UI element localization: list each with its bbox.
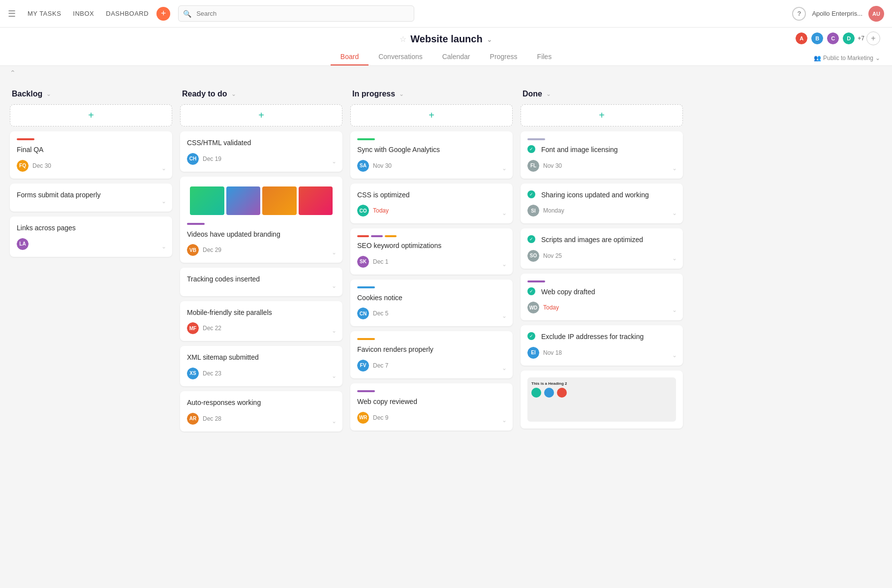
card-web-copy-drafted[interactable]: ✓ Web copy drafted WD Today ⌄ — [521, 274, 683, 321]
card-scripts-images[interactable]: ✓ Scripts and images are optimized SO No… — [521, 228, 683, 269]
card-expand-icon[interactable]: ⌄ — [672, 352, 677, 359]
top-nav: ☰ MY TASKS INBOX DASHBOARD + 🔍 ? Apollo … — [0, 0, 892, 28]
column-chevron-inprogress[interactable]: ⌄ — [399, 91, 404, 97]
add-card-backlog[interactable]: + — [10, 104, 172, 126]
card-date: Dec 22 — [203, 325, 221, 332]
card-expand-icon[interactable]: ⌄ — [161, 165, 166, 172]
card-xml-sitemap[interactable]: XML sitemap submitted XS Dec 23 ⌄ — [180, 346, 342, 386]
card-color-bar — [357, 138, 375, 140]
card-expand-icon[interactable]: ⌄ — [332, 327, 337, 334]
card-thumbnail[interactable]: This is a Heading 2 — [521, 371, 683, 429]
card-sharing-icons[interactable]: ✓ Sharing icons updated and working SI M… — [521, 184, 683, 224]
card-date: Monday — [543, 207, 564, 214]
bar-seg-purple — [371, 235, 383, 237]
card-web-copy-reviewed[interactable]: Web copy reviewed WR Dec 9 ⌄ — [350, 383, 513, 431]
card-title: Auto-responses working — [187, 398, 336, 408]
card-title: Videos have updated branding — [187, 230, 336, 240]
card-expand-icon[interactable]: ⌄ — [502, 261, 507, 268]
member-avatar-1[interactable]: A — [795, 31, 808, 45]
card-date: Dec 30 — [32, 162, 51, 169]
member-avatar-4[interactable]: D — [842, 31, 856, 45]
column-header-inprogress: In progress ⌄ — [350, 90, 513, 98]
add-task-button[interactable]: + — [156, 7, 170, 21]
user-avatar[interactable]: AU — [868, 6, 884, 22]
card-title: Tracking codes inserted — [187, 275, 336, 284]
card-cookies-notice[interactable]: Cookies notice CN Dec 5 ⌄ — [350, 279, 513, 327]
card-sync-analytics[interactable]: Sync with Google Analytics SA Nov 30 ⌄ — [350, 131, 513, 179]
card-expand-icon[interactable]: ⌄ — [161, 198, 166, 205]
card-title: Scripts and images are optimized — [541, 235, 643, 245]
card-css-html[interactable]: CSS/HTML validated CH Dec 19 ⌄ — [180, 131, 342, 172]
card-expand-icon[interactable]: ⌄ — [502, 365, 507, 371]
nav-my-tasks[interactable]: MY TASKS — [28, 10, 61, 17]
avatar-count: +7 — [858, 35, 864, 42]
add-member-button[interactable]: + — [866, 31, 880, 45]
card-mobile-friendly[interactable]: Mobile-friendly site parallels MF Dec 22… — [180, 301, 342, 341]
column-header-ready: Ready to do ⌄ — [180, 90, 342, 98]
card-videos-branding[interactable]: Videos have updated branding VB Dec 29 ⌄ — [180, 177, 342, 263]
help-button[interactable]: ? — [792, 7, 806, 21]
card-title: CSS/HTML validated — [187, 138, 336, 148]
card-avatar: SO — [527, 250, 539, 262]
card-auto-responses[interactable]: Auto-responses working AR Dec 28 ⌄ — [180, 391, 342, 432]
card-expand-icon[interactable]: ⌄ — [332, 372, 337, 379]
card-title: Forms submit data properly — [17, 190, 165, 200]
member-avatar-3[interactable]: C — [826, 31, 840, 45]
tab-files[interactable]: Files — [527, 49, 562, 65]
star-icon[interactable]: ☆ — [400, 34, 406, 44]
card-expand-icon[interactable]: ⌄ — [672, 255, 677, 262]
card-forms-submit[interactable]: Forms submit data properly ⌄ — [10, 184, 172, 212]
card-expand-icon[interactable]: ⌄ — [672, 210, 677, 217]
gradient-preview — [187, 184, 336, 218]
card-expand-icon[interactable]: ⌄ — [672, 165, 677, 172]
privacy-setting[interactable]: 👥 Public to Marketing ⌄ — [814, 55, 880, 62]
card-expand-icon[interactable]: ⌄ — [332, 418, 337, 425]
member-avatar-2[interactable]: B — [810, 31, 824, 45]
tab-calendar[interactable]: Calendar — [432, 49, 480, 65]
card-color-bar — [187, 223, 205, 225]
card-footer: FV Dec 7 — [357, 360, 506, 371]
add-card-done[interactable]: + — [521, 104, 683, 126]
card-expand-icon[interactable]: ⌄ — [502, 312, 507, 319]
card-expand-icon[interactable]: ⌄ — [332, 158, 337, 165]
card-favicon[interactable]: Favicon renders properly FV Dec 7 ⌄ — [350, 331, 513, 378]
card-date: Dec 7 — [373, 362, 388, 369]
card-title: Font and image licensing — [541, 145, 618, 155]
search-input[interactable] — [178, 5, 414, 22]
check-icon: ✓ — [527, 235, 535, 243]
card-seo-keyword[interactable]: SEO keyword optimizations SK Dec 1 ⌄ — [350, 228, 513, 275]
column-chevron-done[interactable]: ⌄ — [546, 91, 551, 97]
project-title-chevron[interactable]: ⌄ — [487, 35, 492, 43]
card-links-pages[interactable]: Links across pages LA ⌄ — [10, 217, 172, 257]
nav-dashboard[interactable]: DASHBOARD — [106, 10, 149, 17]
card-expand-icon[interactable]: ⌄ — [332, 282, 337, 289]
card-expand-icon[interactable]: ⌄ — [502, 165, 507, 172]
column-title-inprogress: In progress — [352, 90, 395, 98]
menu-icon[interactable]: ☰ — [8, 8, 16, 19]
done-card-title: ✓ Web copy drafted — [527, 287, 676, 297]
card-expand-icon[interactable]: ⌄ — [672, 307, 677, 313]
card-expand-icon[interactable]: ⌄ — [502, 210, 507, 217]
column-chevron-backlog[interactable]: ⌄ — [46, 91, 51, 97]
card-date: Today — [373, 207, 389, 214]
card-css-optimized[interactable]: CSS is optimized CO Today ⌄ — [350, 184, 513, 224]
card-exclude-ip[interactable]: ✓ Exclude IP addresses for tracking EI N… — [521, 325, 683, 366]
card-final-qa[interactable]: Final QA FQ Dec 30 ⌄ — [10, 131, 172, 179]
nav-inbox[interactable]: INBOX — [73, 10, 94, 17]
card-expand-icon[interactable]: ⌄ — [332, 249, 337, 256]
tab-conversations[interactable]: Conversations — [369, 49, 432, 65]
column-chevron-ready[interactable]: ⌄ — [231, 91, 236, 97]
card-expand-icon[interactable]: ⌄ — [502, 417, 507, 424]
done-card-title: ✓ Font and image licensing — [527, 145, 676, 155]
collapse-icon[interactable]: ⌃ — [10, 69, 16, 77]
add-card-inprogress[interactable]: + — [350, 104, 513, 126]
tab-progress[interactable]: Progress — [480, 49, 527, 65]
thumb-avatar-3 — [557, 388, 567, 398]
card-date: Nov 30 — [373, 162, 392, 169]
card-expand-icon[interactable]: ⌄ — [161, 243, 166, 250]
card-font-licensing[interactable]: ✓ Font and image licensing FL Nov 30 ⌄ — [521, 131, 683, 179]
tab-board[interactable]: Board — [331, 49, 369, 65]
add-card-ready[interactable]: + — [180, 104, 342, 126]
card-avatar: SI — [527, 205, 539, 217]
card-tracking-codes[interactable]: Tracking codes inserted ⌄ — [180, 268, 342, 296]
